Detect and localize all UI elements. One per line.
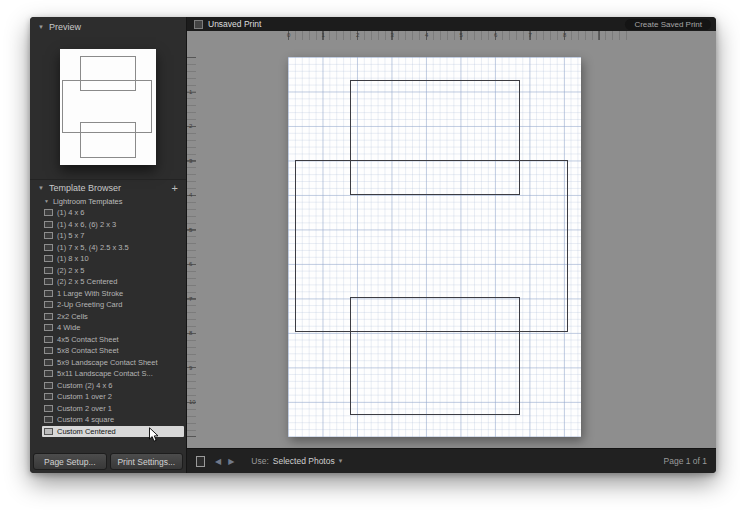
mouse-cursor — [148, 427, 160, 443]
disclosure-triangle-icon: ▼ — [44, 198, 49, 204]
template-item[interactable]: 1 Large With Stroke — [42, 288, 184, 300]
template-item-label: 2x2 Cells — [57, 312, 88, 321]
page-indicator: Page 1 of 1 — [664, 456, 707, 466]
template-item[interactable]: 2-Up Greeting Card — [42, 299, 184, 311]
template-browser-title: Template Browser — [49, 183, 121, 193]
template-item[interactable]: 4 Wide — [42, 322, 184, 334]
ruler-tick-label: 3 — [189, 158, 192, 164]
template-item[interactable]: Custom 4 square — [42, 414, 184, 426]
template-thumbnail-icon — [44, 347, 53, 354]
ruler-tick-label: 7 — [529, 32, 532, 38]
toolbar: ◀ ▶ Use: Selected Photos ▾ Page 1 of 1 — [187, 448, 716, 473]
print-settings-button[interactable]: Print Settings... — [110, 453, 184, 470]
left-panel: ▼ Preview ▼ Template Browser + ▼ Lightro… — [30, 17, 187, 473]
preview-panel-header[interactable]: ▼ Preview — [30, 17, 186, 37]
page-setup-button[interactable]: Page Setup... — [33, 453, 107, 470]
panel-buttons: Page Setup... Print Settings... — [33, 453, 183, 470]
template-item-label: Custom 2 over 1 — [57, 404, 112, 413]
ruler-tick-label: 5 — [460, 32, 463, 38]
previous-page-arrow-icon[interactable]: ◀ — [215, 457, 221, 466]
template-item[interactable]: (1) 8 x 10 — [42, 253, 184, 265]
template-item[interactable]: Custom 1 over 2 — [42, 391, 184, 403]
ruler-tick-label: 0 — [287, 32, 290, 38]
print-cell-3[interactable] — [350, 297, 520, 415]
template-thumbnail-icon — [44, 393, 53, 400]
template-thumbnail-icon — [44, 301, 53, 308]
ruler-tick-label: 3 — [391, 32, 394, 38]
template-browser-header[interactable]: ▼ Template Browser + — [30, 179, 186, 195]
template-item[interactable]: Custom (2) 4 x 6 — [42, 380, 184, 392]
template-item[interactable]: Custom Centered — [42, 426, 184, 438]
ruler-vertical: 12345678910 — [187, 31, 196, 448]
ruler-tick-label: 8 — [189, 330, 192, 336]
template-thumbnail-icon — [44, 209, 53, 216]
template-item[interactable]: (2) 2 x 5 — [42, 265, 184, 277]
template-thumbnail-icon — [44, 428, 53, 435]
template-folder-lightroom-templates[interactable]: ▼ Lightroom Templates — [30, 195, 186, 207]
template-item[interactable]: (1) 4 x 6 — [42, 207, 184, 219]
template-folder-label: Lightroom Templates — [53, 197, 122, 206]
template-item[interactable]: 5x11 Landscape Contact S... — [42, 368, 184, 380]
template-item[interactable]: 5x8 Contact Sheet — [42, 345, 184, 357]
template-item[interactable]: (1) 4 x 6, (6) 2 x 3 — [42, 219, 184, 231]
main-area: Unsaved Print Create Saved Print 0123456… — [187, 17, 716, 473]
template-item-label: 1 Large With Stroke — [57, 289, 123, 298]
create-saved-print-button[interactable]: Create Saved Print — [625, 19, 711, 30]
template-item-label: Custom (2) 4 x 6 — [57, 381, 112, 390]
template-item-label: Custom 1 over 2 — [57, 392, 112, 401]
ruler-tick-label: 6 — [494, 32, 497, 38]
ruler-tick-label: 2 — [356, 32, 359, 38]
ruler-tick-label: 6 — [189, 261, 192, 267]
canvas: 012345678 12345678910 — [187, 31, 716, 448]
template-item[interactable]: Custom 2 over 1 — [42, 403, 184, 415]
ruler-tick-label: 9 — [189, 365, 192, 371]
template-item-label: (2) 2 x 5 Centered — [57, 277, 117, 286]
template-item-label: (1) 4 x 6, (6) 2 x 3 — [57, 220, 116, 229]
template-item-label: Custom 4 square — [57, 415, 114, 424]
template-thumbnail-icon — [44, 416, 53, 423]
top-bar: Unsaved Print Create Saved Print — [187, 17, 716, 31]
template-thumbnail-icon — [44, 221, 53, 228]
template-thumbnail-icon — [44, 370, 53, 377]
template-item-label: (1) 4 x 6 — [57, 208, 85, 217]
print-cell-3 — [80, 122, 136, 158]
page-icon[interactable] — [196, 456, 205, 467]
template-item[interactable]: (1) 5 x 7 — [42, 230, 184, 242]
use-selected-photos-dropdown[interactable]: Selected Photos — [273, 456, 335, 466]
template-item-label: (2) 2 x 5 — [57, 266, 85, 275]
template-item-label: (1) 5 x 7 — [57, 231, 85, 240]
document-title: Unsaved Print — [208, 19, 261, 29]
template-item-label: (1) 8 x 10 — [57, 254, 89, 263]
template-thumbnail-icon — [44, 278, 53, 285]
add-template-button[interactable]: + — [172, 183, 178, 193]
template-item[interactable]: 5x9 Landscape Contact Sheet — [42, 357, 184, 369]
template-item-label: 4 Wide — [57, 323, 80, 332]
preview-page — [60, 49, 156, 165]
template-item-label: 5x9 Landscape Contact Sheet — [57, 358, 158, 367]
dropdown-arrow-icon[interactable]: ▾ — [339, 457, 343, 465]
template-thumbnail-icon — [44, 290, 53, 297]
disclosure-triangle-icon: ▼ — [38, 185, 44, 191]
template-item[interactable]: 2x2 Cells — [42, 311, 184, 323]
template-thumbnail-icon — [44, 324, 53, 331]
lightroom-print-window: ▼ Preview ▼ Template Browser + ▼ Lightro… — [30, 17, 716, 473]
template-item[interactable]: 4x5 Contact Sheet — [42, 334, 184, 346]
ruler-horizontal: 012345678 — [187, 31, 716, 40]
ruler-tick-label: 5 — [189, 227, 192, 233]
ruler-tick-label: 2 — [189, 123, 192, 129]
template-list: (1) 4 x 6(1) 4 x 6, (6) 2 x 3(1) 5 x 7(1… — [30, 207, 186, 437]
template-item-label: Custom Centered — [57, 427, 116, 436]
preview-area — [30, 37, 186, 179]
template-thumbnail-icon — [44, 244, 53, 251]
template-item[interactable]: (2) 2 x 5 Centered — [42, 276, 184, 288]
ruler-tick-label: 4 — [425, 32, 428, 38]
next-page-arrow-icon[interactable]: ▶ — [228, 457, 234, 466]
disclosure-triangle-icon: ▼ — [38, 24, 44, 30]
print-page[interactable] — [288, 57, 581, 437]
template-item-label: 2-Up Greeting Card — [57, 300, 122, 309]
template-item[interactable]: (1) 7 x 5, (4) 2.5 x 3.5 — [42, 242, 184, 254]
ruler-tick-label: 7 — [189, 296, 192, 302]
template-thumbnail-icon — [44, 232, 53, 239]
preview-panel-title: Preview — [49, 22, 81, 32]
ruler-tick-label: 1 — [322, 32, 325, 38]
